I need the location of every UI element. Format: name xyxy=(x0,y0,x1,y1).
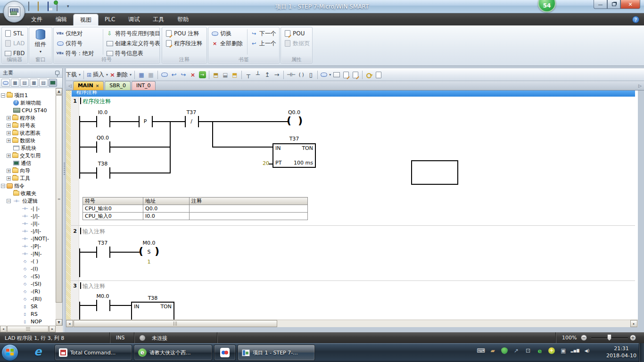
taskbar-clock[interactable]: 21:31 2018-04-10 xyxy=(604,345,638,359)
tree-item-coil-reset-imm[interactable]: -(RI) xyxy=(0,295,41,303)
tree-item-contact-nc[interactable]: -|/|- xyxy=(0,212,40,220)
tab-int0[interactable]: INT_0 xyxy=(132,81,156,90)
taskbar-button-step7[interactable]: 项目 1 - STEP 7-... xyxy=(238,345,315,361)
menu-edit[interactable]: 编辑 xyxy=(49,13,74,25)
key-icon[interactable] xyxy=(364,70,374,80)
menu-view[interactable]: 视图 xyxy=(74,14,98,25)
tree-item-contact-p[interactable]: -|P|- xyxy=(0,242,41,250)
timer-box-t38[interactable]: IN TON xyxy=(131,302,174,321)
view-doc-icon[interactable] xyxy=(20,79,29,87)
contact-operand-q00[interactable]: Q0.0 xyxy=(97,135,109,141)
branch-down-icon[interactable] xyxy=(244,70,253,80)
view-tag-icon[interactable] xyxy=(1,79,10,87)
start-button[interactable] xyxy=(1,344,18,361)
bookmark-toggle-button[interactable]: 切换 xyxy=(210,29,233,38)
tree-item-system-block[interactable]: 系统块 xyxy=(0,144,36,152)
shield-tray-icon[interactable] xyxy=(501,347,508,354)
delete-button[interactable]: 删除 xyxy=(109,70,132,80)
expand-icon[interactable] xyxy=(7,176,11,181)
tree-item-communication[interactable]: 通信 xyxy=(0,159,31,167)
ie-taskbar-icon[interactable]: e xyxy=(34,345,41,358)
network-comment-button[interactable]: 程序段注释 xyxy=(164,39,204,48)
insert-box-icon[interactable] xyxy=(306,70,315,80)
bookmark-clear-icon[interactable] xyxy=(188,70,198,80)
menu-help[interactable]: 帮助 xyxy=(171,13,195,25)
tree-item-coil-set-imm[interactable]: -(SI) xyxy=(0,280,41,288)
tree-item-status-chart[interactable]: 状态图表 xyxy=(0,129,41,137)
symbolic-only-button[interactable]: 仅符号 xyxy=(55,39,84,48)
timer-box-t37[interactable]: IN TON PT 100 ms xyxy=(272,143,316,168)
tree-item-nop[interactable]: NOP xyxy=(0,318,42,325)
scroll-right-icon[interactable] xyxy=(49,326,56,332)
symbol-info-table-icon[interactable] xyxy=(332,70,341,80)
tree-item-contact-no[interactable]: -| |- xyxy=(0,205,40,212)
tree-item-data-block[interactable]: 数据块 xyxy=(0,137,35,144)
symtab-cell[interactable] xyxy=(190,205,308,213)
scroll-thumb[interactable] xyxy=(7,326,49,332)
insert-coil-icon[interactable] xyxy=(297,70,306,80)
table-row[interactable]: CPU_输出0 Q0.0 xyxy=(83,205,308,213)
expand-icon[interactable] xyxy=(7,123,11,128)
tree-item-program-block[interactable]: 程序块 xyxy=(0,114,35,122)
restore-button[interactable] xyxy=(607,0,620,9)
timer-operand-t38[interactable]: T38 xyxy=(148,295,158,301)
symtab-cell[interactable]: CPU_输出0 xyxy=(83,205,143,213)
collapse-icon[interactable] xyxy=(1,184,5,188)
contact-operand-t37[interactable]: T37 xyxy=(187,109,197,115)
components-button[interactable]: 组件 xyxy=(31,29,50,56)
symtab-cell[interactable]: I0.0 xyxy=(143,213,190,220)
lock-icon[interactable] xyxy=(211,70,221,80)
network-3-comment[interactable]: 输入注释 xyxy=(83,282,105,290)
zoom-slider-thumb[interactable] xyxy=(607,334,611,341)
lock-add-icon[interactable] xyxy=(230,70,239,80)
network-comment-icon[interactable] xyxy=(351,70,360,80)
network-2-comment[interactable]: 输入注释 xyxy=(83,228,105,236)
zoom-in-button[interactable]: + xyxy=(630,335,636,341)
apply-symbols-button[interactable]: 将符号应用到项目 xyxy=(105,29,162,38)
coil-operand-q00[interactable]: Q0.0 xyxy=(288,109,300,115)
expand-icon[interactable] xyxy=(7,116,11,120)
contact-operand-t37[interactable]: T37 xyxy=(98,240,108,246)
taskbar-button-netdisk[interactable] xyxy=(214,345,236,361)
browser-tray-icon[interactable] xyxy=(536,347,544,354)
keyboard-tray-icon[interactable] xyxy=(477,347,485,354)
tree-item-rs[interactable]: RS xyxy=(0,310,38,318)
coil-operand-m00[interactable]: M0.0 xyxy=(143,240,156,246)
expand-icon[interactable] xyxy=(7,139,11,143)
clipboard-tray-icon[interactable] xyxy=(560,347,567,354)
expand-icon[interactable] xyxy=(7,169,11,173)
tree-item-whats-new[interactable]: ?新增功能 xyxy=(0,99,41,107)
page-properties-icon[interactable] xyxy=(374,70,383,80)
expand-icon[interactable] xyxy=(7,154,11,158)
selection-rectangle[interactable] xyxy=(411,160,458,185)
scroll-right-icon[interactable] xyxy=(630,320,637,327)
close-button[interactable] xyxy=(620,0,640,9)
show-desktop-button[interactable] xyxy=(639,343,644,362)
absolute-only-button[interactable]: VBx仅绝对 xyxy=(55,29,84,38)
taskbar-button-total-commander[interactable]: Total Command... xyxy=(55,345,132,361)
contact-operand-i00[interactable]: I0.0 xyxy=(98,109,108,115)
branch-up-icon[interactable] xyxy=(253,70,263,80)
edge-contact-p[interactable]: P xyxy=(144,118,147,124)
symtab-cell[interactable] xyxy=(190,213,308,220)
pou-comment-icon[interactable] xyxy=(341,70,351,80)
tree-item-contact-imm[interactable]: -|I|- xyxy=(0,220,40,227)
tree-item-instructions[interactable]: 指令 xyxy=(0,182,25,189)
scroll-thumb[interactable] xyxy=(56,95,62,303)
timer-operand-t37[interactable]: T37 xyxy=(289,136,299,142)
tree-item-symbol-table[interactable]: 符号表 xyxy=(0,122,35,129)
tree-vertical-scrollbar[interactable] xyxy=(56,88,62,326)
tree-horizontal-scrollbar[interactable] xyxy=(0,326,63,332)
insert-contact-icon[interactable] xyxy=(286,70,297,80)
scroll-up-icon[interactable] xyxy=(56,88,62,95)
tree-item-cpu[interactable]: CPU ST40 xyxy=(0,107,47,114)
deselect-network-icon[interactable] xyxy=(146,70,156,80)
tree-item-contact-n[interactable]: -|N|- xyxy=(0,250,42,257)
line-right-icon[interactable] xyxy=(272,70,281,80)
antivirus-tray-icon[interactable]: + xyxy=(548,347,555,354)
help-icon[interactable]: ? xyxy=(632,16,639,23)
collapse-icon[interactable] xyxy=(7,199,11,203)
menu-tools[interactable]: 工具 xyxy=(146,13,171,25)
minimize-button[interactable] xyxy=(594,0,607,9)
select-network-icon[interactable] xyxy=(137,70,146,80)
